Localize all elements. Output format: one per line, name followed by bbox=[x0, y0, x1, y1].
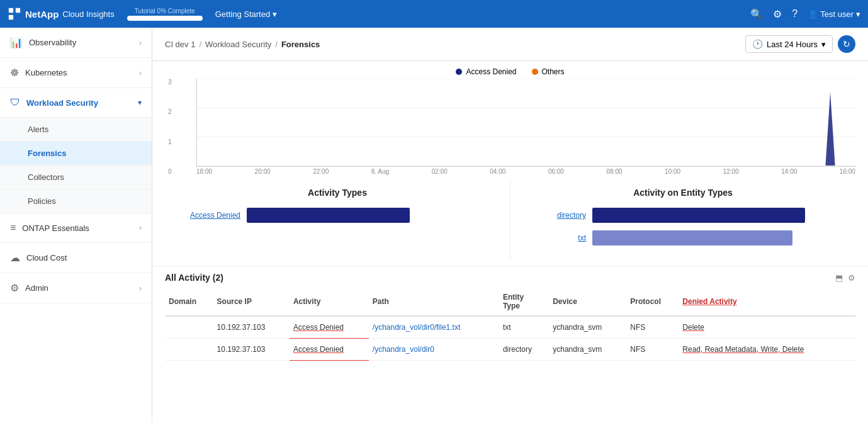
breadcrumb-current: Forensics bbox=[281, 40, 320, 49]
sidebar-item-ontap[interactable]: ≡ ONTAP Essentials › bbox=[0, 213, 152, 243]
sidebar-label-kubernetes: Kubernetes bbox=[25, 68, 67, 77]
table-header-row: All Activity (2) ⬒ ⚙ bbox=[165, 273, 855, 283]
x-label-1400: 14:00 bbox=[781, 168, 797, 175]
chart-area bbox=[196, 79, 855, 167]
entity-bar-fill-txt bbox=[592, 230, 792, 245]
cell-entity-type-1: txt bbox=[499, 316, 549, 339]
sidebar-item-observability[interactable]: 📊 Observability › bbox=[0, 28, 152, 58]
chevron-right-icon: › bbox=[139, 223, 142, 232]
svg-rect-1 bbox=[16, 8, 20, 13]
cell-domain-1 bbox=[165, 316, 213, 339]
sidebar-item-policies[interactable]: Policies bbox=[0, 189, 152, 213]
chart-section: Access Denied Others 3 2 1 0 bbox=[152, 61, 868, 175]
activity-bar-label-access-denied[interactable]: Access Denied bbox=[178, 211, 240, 220]
breadcrumb-sep-2: / bbox=[275, 40, 278, 49]
chart-y-axis: 3 2 1 0 bbox=[168, 79, 172, 175]
breadcrumb-ci-dev[interactable]: CI dev 1 bbox=[165, 40, 195, 49]
chevron-down-icon: ▾ bbox=[138, 98, 142, 107]
search-icon[interactable]: 🔍 bbox=[750, 8, 763, 20]
x-label-0800: 08:00 bbox=[606, 168, 622, 175]
y-label-2: 2 bbox=[168, 108, 172, 115]
tutorial-progress-bar bbox=[127, 16, 203, 21]
legend-dot-others bbox=[532, 69, 538, 75]
chart-x-axis: 18:00 20:00 22:00 8. Aug 02:00 04:00 06:… bbox=[196, 167, 855, 175]
cell-activity-2[interactable]: Access Denied bbox=[290, 339, 369, 361]
user-menu[interactable]: 👤 Test user ▾ bbox=[808, 9, 860, 19]
x-label-0400: 04:00 bbox=[490, 168, 505, 175]
getting-started-button[interactable]: Getting Started ▾ bbox=[215, 9, 277, 19]
workload-security-submenu: Alerts Forensics Collectors Policies bbox=[0, 118, 152, 213]
sidebar-item-collectors[interactable]: Collectors bbox=[0, 166, 152, 189]
breadcrumb: CI dev 1 / Workload Security / Forensics bbox=[165, 40, 745, 49]
sidebar-item-alerts[interactable]: Alerts bbox=[0, 118, 152, 142]
tutorial-text: Tutorial 0% Complete bbox=[135, 8, 195, 14]
sidebar: 📊 Observability › ☸ Kubernetes › 🛡 Workl… bbox=[0, 28, 152, 423]
cell-device-1: ychandra_svm bbox=[549, 316, 626, 339]
time-range-select[interactable]: 🕐 Last 24 Hours ▾ bbox=[745, 35, 833, 53]
sidebar-item-cloud-cost[interactable]: ☁ Cloud Cost bbox=[0, 243, 152, 273]
user-icon: 👤 bbox=[808, 9, 818, 19]
entity-bar-label-directory[interactable]: directory bbox=[523, 211, 586, 220]
chevron-right-icon: › bbox=[139, 69, 142, 77]
y-label-3: 3 bbox=[168, 79, 172, 86]
cell-domain-2 bbox=[165, 339, 213, 361]
cell-protocol-2: NFS bbox=[626, 339, 679, 361]
help-icon[interactable]: ? bbox=[792, 8, 798, 20]
table-body: 10.192.37.103 Access Denied /ychandra_vo… bbox=[165, 316, 855, 361]
activity-bar-fill bbox=[247, 208, 410, 223]
col-denied-activity: Denied Activity bbox=[679, 288, 855, 316]
path-link-2[interactable]: /ychandra_vol/dir0 bbox=[373, 345, 434, 354]
legend-access-denied: Access Denied bbox=[456, 67, 516, 76]
breadcrumb-workload-security[interactable]: Workload Security bbox=[205, 40, 271, 49]
list-icon: ≡ bbox=[10, 222, 16, 234]
table-settings-icon[interactable]: ⚙ bbox=[848, 273, 855, 283]
activity-types-chart: Activity Types Access Denied bbox=[165, 181, 510, 259]
entity-bar-row-txt: txt bbox=[523, 230, 843, 245]
kubernetes-icon: ☸ bbox=[10, 67, 19, 79]
getting-started-label: Getting Started bbox=[215, 9, 270, 19]
cell-path-2: /ychandra_vol/dir0 bbox=[369, 339, 499, 361]
svg-marker-7 bbox=[825, 92, 835, 166]
cell-denied-activity-1: Delete bbox=[679, 316, 855, 339]
activity-types-title: Activity Types bbox=[178, 188, 497, 198]
sidebar-item-admin[interactable]: ⚙ Admin › bbox=[0, 273, 152, 303]
col-path: Path bbox=[369, 288, 499, 316]
breadcrumb-sep-1: / bbox=[199, 40, 201, 49]
x-label-2200: 22:00 bbox=[313, 168, 329, 175]
svg-rect-0 bbox=[9, 8, 13, 13]
refresh-button[interactable]: ↻ bbox=[838, 35, 855, 53]
legend-label-access-denied: Access Denied bbox=[466, 67, 516, 76]
chevron-down-icon: ▾ bbox=[856, 9, 860, 19]
y-label-1: 1 bbox=[168, 138, 172, 145]
cell-activity-1[interactable]: Access Denied bbox=[290, 316, 369, 339]
netapp-logo-icon bbox=[8, 7, 21, 21]
product-text: Cloud Insights bbox=[62, 9, 114, 19]
clock-icon: 🕐 bbox=[752, 39, 763, 49]
col-protocol: Protocol bbox=[626, 288, 679, 316]
x-label-1000: 10:00 bbox=[665, 168, 680, 175]
sidebar-item-forensics[interactable]: Forensics bbox=[0, 142, 152, 166]
path-link-1[interactable]: /ychandra_vol/dir0/file1.txt bbox=[373, 323, 460, 332]
shield-icon: 🛡 bbox=[10, 97, 20, 108]
entity-bar-track-directory bbox=[592, 208, 843, 223]
table-export-icon[interactable]: ⬒ bbox=[835, 273, 843, 283]
cell-device-2: ychandra_svm bbox=[549, 339, 626, 361]
netapp-text: NetApp bbox=[25, 9, 59, 20]
header-controls: 🕐 Last 24 Hours ▾ ↻ bbox=[745, 35, 855, 53]
sidebar-label-observability: Observability bbox=[29, 38, 76, 47]
chevron-down-icon: ▾ bbox=[821, 40, 826, 49]
activity-table: Domain Source IP Activity Path EntityTyp… bbox=[165, 288, 855, 361]
activity-entity-types-title: Activity on Entity Types bbox=[523, 188, 843, 198]
forensics-label: Forensics bbox=[28, 149, 66, 158]
entity-bar-label-txt[interactable]: txt bbox=[523, 234, 586, 242]
gear-icon[interactable]: ⚙ bbox=[773, 8, 782, 20]
legend-dot-access-denied bbox=[456, 69, 462, 75]
policies-label: Policies bbox=[28, 196, 56, 206]
sidebar-item-workload-security[interactable]: 🛡 Workload Security ▾ bbox=[0, 88, 152, 118]
table-row: 10.192.37.103 Access Denied /ychandra_vo… bbox=[165, 316, 855, 339]
sidebar-item-kubernetes[interactable]: ☸ Kubernetes › bbox=[0, 58, 152, 88]
bar-chart-icon: 📊 bbox=[10, 37, 23, 48]
col-source-ip: Source IP bbox=[213, 288, 290, 316]
cell-source-ip-1: 10.192.37.103 bbox=[213, 316, 290, 339]
admin-gear-icon: ⚙ bbox=[10, 282, 19, 294]
